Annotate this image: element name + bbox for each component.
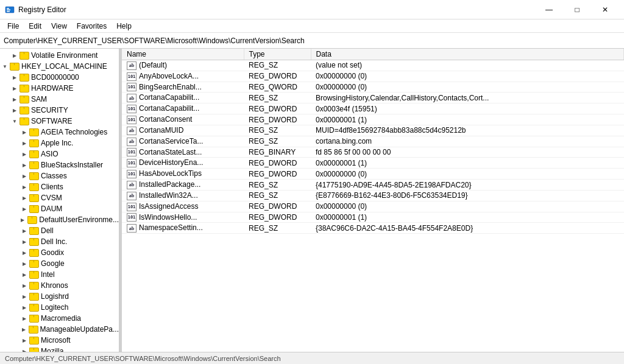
- tree-item-logitech[interactable]: ▶Logitech: [0, 302, 119, 313]
- registry-data-cell: 0x0003e4f (15951): [311, 103, 624, 114]
- close-button[interactable]: ✕: [591, 0, 619, 19]
- registry-row[interactable]: abInstalledWin32A...REG_SZ{E8776669-B162…: [122, 190, 624, 201]
- reg-sz-icon: ab: [127, 192, 136, 200]
- registry-row[interactable]: 101HasAboveLockTipsREG_DWORD0x00000000 (…: [122, 169, 624, 180]
- registry-row[interactable]: abCortanaMUIDREG_SZMUID=4df8e15692784abb…: [122, 125, 624, 136]
- expand-icon[interactable]: ▶: [18, 215, 27, 225]
- registry-row[interactable]: 101CortanaCapabilit...REG_DWORD0x0003e4f…: [122, 103, 624, 114]
- menu-item-help[interactable]: Help: [112, 21, 136, 32]
- tree-item-hklm[interactable]: ▼HKEY_LOCAL_MACHINE: [0, 61, 119, 72]
- expand-icon[interactable]: ▶: [20, 292, 29, 301]
- tree-item-manageable[interactable]: ▶ManageableUpdatePa...: [0, 324, 119, 335]
- expand-icon[interactable]: ▶: [20, 335, 29, 345]
- menu-item-file[interactable]: File: [2, 21, 24, 32]
- expand-icon[interactable]: ▶: [10, 94, 20, 104]
- expand-icon[interactable]: ▶: [20, 127, 29, 137]
- registry-row[interactable]: ab(Default)REG_SZ(value not set): [122, 60, 624, 71]
- registry-row[interactable]: 101IsWindowsHello...REG_DWORD0x00000001 …: [122, 212, 624, 223]
- registry-data-cell: {38AC96C6-DA2C-4A15-BA45-4F554F2A8E0D}: [311, 223, 624, 234]
- registry-name-cell: abNamespaceSettin...: [122, 223, 244, 234]
- tree-item-software[interactable]: ▼SOFTWARE: [0, 116, 119, 127]
- registry-row[interactable]: 101CortanaConsentREG_DWORD0x00000001 (1): [122, 114, 624, 125]
- expand-icon[interactable]: ▶: [20, 281, 29, 290]
- tree-item-macromedia[interactable]: ▶Macromedia: [0, 313, 119, 324]
- registry-row[interactable]: abInstalledPackage...REG_SZ{41775190-AD9…: [122, 180, 624, 191]
- tree-item-cvsm[interactable]: ▶CVSM: [0, 192, 119, 203]
- expand-icon[interactable]: ▶: [10, 51, 20, 60]
- expand-icon[interactable]: ▶: [20, 303, 29, 312]
- expand-icon[interactable]: ▶: [20, 346, 29, 352]
- tree-item-mozilla[interactable]: ▶Mozilla: [0, 346, 119, 352]
- tree-label: HARDWARE: [31, 84, 74, 93]
- expand-icon[interactable]: ▶: [20, 138, 29, 148]
- menu-item-favorites[interactable]: Favorites: [72, 21, 112, 32]
- tree-item-clients[interactable]: ▶Clients: [0, 181, 119, 192]
- registry-type-cell: REG_SZ: [244, 136, 311, 147]
- minimize-button[interactable]: —: [535, 0, 563, 19]
- tree-panel[interactable]: ▶Volatile Environment▼HKEY_LOCAL_MACHINE…: [0, 49, 119, 352]
- folder-icon: [20, 106, 29, 114]
- expand-icon[interactable]: ▶: [20, 270, 29, 279]
- tree-item-bcd[interactable]: ▶BCD00000000: [0, 72, 119, 83]
- expand-icon[interactable]: ▶: [10, 105, 20, 115]
- tree-item-dellinc[interactable]: ▶Dell Inc.: [0, 236, 119, 247]
- expand-icon[interactable]: ▶: [10, 72, 20, 82]
- registry-name-text: CortanaConsent: [139, 115, 192, 124]
- expand-icon[interactable]: ▶: [20, 149, 29, 159]
- tree-item-security[interactable]: ▶SECURITY: [0, 105, 119, 116]
- registry-row[interactable]: 101IsAssignedAccessREG_DWORD0x00000000 (…: [122, 201, 624, 212]
- tree-item-google[interactable]: ▶Google: [0, 258, 119, 269]
- menu-item-view[interactable]: View: [46, 21, 72, 32]
- registry-row[interactable]: 101CortanaStateLast...REG_BINARYfd 85 86…: [122, 147, 624, 158]
- reg-sz-icon: ab: [127, 127, 136, 135]
- collapse-icon[interactable]: ▼: [0, 61, 10, 71]
- tree-item-defaultuser[interactable]: ▶DefaultUserEnvironme...: [0, 214, 119, 225]
- expand-icon[interactable]: ▶: [20, 226, 29, 236]
- registry-row[interactable]: 101BingSearchEnabl...REG_QWORD0x00000000…: [122, 82, 624, 93]
- tree-item-volatile[interactable]: ▶Volatile Environment: [0, 50, 119, 61]
- folder-icon: [29, 226, 39, 235]
- reg-sz-icon: ab: [127, 61, 136, 70]
- tree-item-logishrd[interactable]: ▶Logishrd: [0, 291, 119, 302]
- expand-icon[interactable]: ▶: [20, 248, 29, 257]
- tree-item-dell[interactable]: ▶Dell: [0, 225, 119, 236]
- registry-panel[interactable]: NameTypeData ab(Default)REG_SZ(value not…: [122, 49, 624, 352]
- tree-label: DAUM: [41, 205, 62, 213]
- expand-icon[interactable]: ▶: [20, 193, 29, 203]
- registry-row[interactable]: 101DeviceHistoryEna...REG_DWORD0x0000000…: [122, 158, 624, 169]
- tree-item-microsoft[interactable]: ▶Microsoft: [0, 335, 119, 346]
- menu-item-edit[interactable]: Edit: [24, 21, 46, 32]
- maximize-button[interactable]: □: [563, 0, 591, 19]
- tree-item-bluestacks[interactable]: ▶BlueStacksInstaller: [0, 159, 119, 170]
- registry-name-cell: abCortanaMUID: [122, 125, 244, 136]
- registry-name-cell: 101CortanaCapabilit...: [122, 103, 244, 114]
- tree-item-ageia[interactable]: ▶AGEIA Technologies: [0, 127, 119, 138]
- tree-item-hardware[interactable]: ▶HARDWARE: [0, 83, 119, 94]
- registry-row[interactable]: abCortanaServiceTa...REG_SZcortana.bing.…: [122, 136, 624, 147]
- tree-item-sam[interactable]: ▶SAM: [0, 94, 119, 105]
- expand-icon[interactable]: ▶: [20, 182, 29, 192]
- tree-item-apple[interactable]: ▶Apple Inc.: [0, 138, 119, 149]
- expand-icon[interactable]: ▶: [19, 324, 29, 334]
- registry-name-text: CortanaStateLast...: [139, 148, 202, 156]
- reg-dword-icon: 101: [127, 83, 136, 91]
- collapse-icon[interactable]: ▼: [10, 116, 20, 126]
- expand-icon[interactable]: ▶: [10, 83, 20, 93]
- tree-item-goodix[interactable]: ▶Goodix: [0, 247, 119, 258]
- tree-item-classes[interactable]: ▶Classes: [0, 170, 119, 181]
- expand-icon[interactable]: ▶: [20, 237, 29, 247]
- registry-row[interactable]: 101AnyAboveLockA...REG_DWORD0x00000000 (…: [122, 71, 624, 82]
- tree-label: Logishrd: [41, 292, 69, 301]
- tree-item-daum[interactable]: ▶DAUM: [0, 203, 119, 214]
- expand-icon[interactable]: ▶: [20, 313, 29, 323]
- tree-item-khronos[interactable]: ▶Khronos: [0, 280, 119, 291]
- tree-item-asio[interactable]: ▶ASIO: [0, 149, 119, 159]
- registry-name-cell: abCortanaServiceTa...: [122, 136, 244, 147]
- expand-icon[interactable]: ▶: [20, 160, 29, 170]
- expand-icon[interactable]: ▶: [20, 171, 29, 181]
- registry-row[interactable]: abNamespaceSettin...REG_SZ{38AC96C6-DA2C…: [122, 223, 624, 234]
- expand-icon[interactable]: ▶: [20, 259, 29, 268]
- registry-row[interactable]: abCortanaCapabilit...REG_SZBrowsingHisto…: [122, 93, 624, 103]
- tree-item-intel[interactable]: ▶Intel: [0, 269, 119, 280]
- expand-icon[interactable]: ▶: [20, 204, 29, 214]
